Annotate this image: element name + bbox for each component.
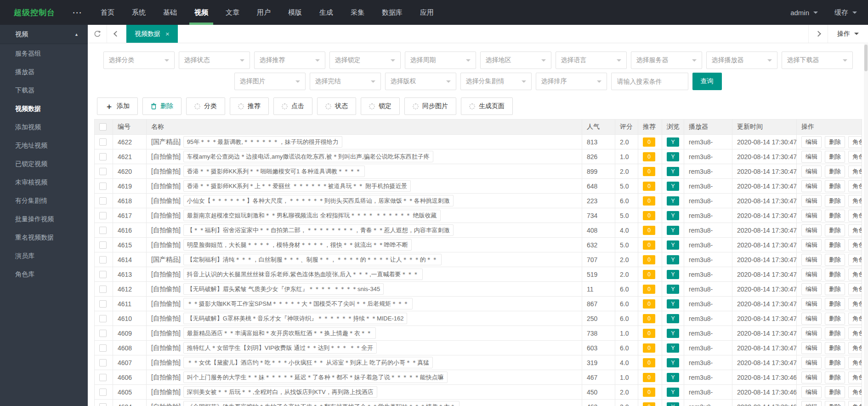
- search-input[interactable]: [611, 73, 688, 90]
- row-action-删除[interactable]: 删除: [825, 166, 845, 177]
- filter-select[interactable]: 选择分集剧情: [460, 73, 532, 90]
- row-action-编辑[interactable]: 编辑: [801, 254, 822, 266]
- video-title[interactable]: 【无码破解】G罩杯美桃＊音乐才女『神咲诗织』＊＊＊＊＊＊持续＊＊MIDE-162: [183, 313, 408, 324]
- more-icon[interactable]: ···: [68, 9, 87, 17]
- tab-scroll-left-button[interactable]: [107, 25, 126, 43]
- close-icon[interactable]: ×: [165, 30, 170, 38]
- tab-actions-dropdown[interactable]: 操作: [828, 25, 868, 43]
- sidebar-item[interactable]: 重名视频数据: [0, 228, 88, 246]
- row-action-编辑[interactable]: 编辑: [801, 298, 822, 310]
- row-action-删除[interactable]: 删除: [825, 239, 845, 251]
- row-action-编辑[interactable]: 编辑: [801, 342, 822, 354]
- sidebar-item[interactable]: 播放器: [0, 63, 88, 81]
- video-title[interactable]: ＊＊摄影大咖KK哥工作室SPSM＊＊＊＊＊大＊国模受不了尖叫＊＊后老规矩＊＊＊: [183, 298, 413, 309]
- row-action-删除[interactable]: 删除: [825, 283, 845, 295]
- row-action-删除[interactable]: 删除: [825, 210, 845, 222]
- recommend-badge[interactable]: 0: [643, 226, 655, 235]
- row-checkbox[interactable]: [99, 359, 107, 366]
- row-action-编辑[interactable]: 编辑: [801, 166, 822, 177]
- row-action-编辑[interactable]: 编辑: [801, 239, 822, 251]
- row-action-删除[interactable]: 删除: [825, 180, 845, 192]
- row-checkbox[interactable]: [99, 300, 107, 308]
- row-action-删除[interactable]: 删除: [825, 298, 845, 310]
- topnav-item[interactable]: 应用: [411, 0, 443, 25]
- row-action-删除[interactable]: 删除: [825, 372, 845, 383]
- video-title[interactable]: 【无码破解】眉头紧皱 气质美少女『伊东红』＊＊＊＊ ＊＊＊＊snis-345: [183, 283, 384, 295]
- filter-select[interactable]: 选择播放器: [706, 51, 777, 69]
- browse-badge[interactable]: Y: [667, 329, 679, 338]
- browse-badge[interactable]: Y: [667, 255, 679, 264]
- recommend-badge[interactable]: 0: [643, 299, 655, 309]
- video-title[interactable]: 叫个上门服务的大学生＊＊妹＊＊＊＊＊延迟＊了各种＊都不＊妹子着急了说＊＊＊＊＊能…: [183, 372, 448, 383]
- refresh-button[interactable]: [88, 25, 107, 43]
- topnav-item[interactable]: 采集: [342, 0, 373, 25]
- browse-badge[interactable]: Y: [667, 226, 679, 235]
- row-action-编辑[interactable]: 编辑: [801, 357, 822, 369]
- row-action-角色[interactable]: 角色: [848, 210, 862, 222]
- row-checkbox[interactable]: [99, 183, 107, 190]
- filter-select[interactable]: 选择推荐: [254, 51, 325, 69]
- row-action-编辑[interactable]: 编辑: [801, 386, 822, 398]
- row-checkbox[interactable]: [99, 344, 107, 352]
- recommend-badge[interactable]: 0: [643, 373, 655, 382]
- filter-select[interactable]: 选择完结: [310, 73, 381, 90]
- topnav-item[interactable]: 用户: [248, 0, 279, 25]
- row-action-编辑[interactable]: 编辑: [801, 224, 822, 236]
- row-action-删除[interactable]: 删除: [825, 357, 845, 369]
- row-action-角色[interactable]: 角色: [848, 372, 862, 383]
- row-action-编辑[interactable]: 编辑: [801, 327, 822, 339]
- video-title[interactable]: 推特红人＊女留学生【刘玥】VIP收费版 通过＊＊达到＊＊＊ ＊＊全开: [183, 342, 377, 354]
- topnav-item[interactable]: 生成: [311, 0, 342, 25]
- cache-menu[interactable]: 缓存: [834, 8, 857, 17]
- select-all-checkbox[interactable]: [99, 123, 107, 131]
- collapse-up-icon[interactable]: ▲: [74, 32, 79, 37]
- sidebar-item[interactable]: 视频数据: [0, 99, 88, 118]
- browse-badge[interactable]: Y: [667, 196, 679, 206]
- row-checkbox[interactable]: [99, 197, 107, 205]
- topnav-item[interactable]: 系统: [123, 0, 154, 25]
- video-title[interactable]: 香港＊＊摄影师KK系列＊＊啪啪嫩模安可1 各种道具调教＊＊＊＊: [183, 166, 365, 177]
- browse-badge[interactable]: Y: [667, 373, 679, 382]
- vertical-scrollbar[interactable]: [864, 44, 868, 406]
- recommend-badge[interactable]: 0: [643, 402, 655, 406]
- browse-badge[interactable]: Y: [667, 285, 679, 294]
- toolbar-button-点击[interactable]: 点击: [273, 97, 312, 115]
- row-checkbox[interactable]: [99, 138, 107, 146]
- topnav-item[interactable]: 数据库: [373, 0, 411, 25]
- sidebar-item[interactable]: 角色库: [0, 265, 88, 283]
- recommend-badge[interactable]: 0: [643, 388, 655, 397]
- sidebar-item[interactable]: 演员库: [0, 246, 88, 265]
- tab-scroll-right-button[interactable]: [808, 25, 828, 43]
- browse-badge[interactable]: Y: [667, 270, 679, 279]
- browse-badge[interactable]: Y: [667, 299, 679, 309]
- row-checkbox[interactable]: [99, 212, 107, 219]
- row-action-角色[interactable]: 角色: [848, 342, 862, 354]
- row-action-删除[interactable]: 删除: [825, 386, 845, 398]
- browse-badge[interactable]: Y: [667, 167, 679, 176]
- video-title[interactable]: 小仙女【＊＊＊＊＊＊】各种大尺度，＊＊＊＊＊＊到街头买西瓜搭讪，居家做饭＊＊各种…: [183, 195, 454, 206]
- row-action-角色[interactable]: 角色: [848, 283, 862, 295]
- scrollbar-thumb[interactable]: [864, 45, 868, 71]
- sidebar-item[interactable]: 已锁定视频: [0, 154, 88, 173]
- row-checkbox[interactable]: [99, 227, 107, 234]
- browse-badge[interactable]: Y: [667, 343, 679, 353]
- row-action-删除[interactable]: 删除: [825, 342, 845, 354]
- topnav-item[interactable]: 文章: [217, 0, 248, 25]
- video-title[interactable]: 抖音上认识的大长腿黑丝丝袜音乐老师,紫色连体热血喷张,后入＊＊＊,一直喊着要＊＊…: [183, 269, 423, 280]
- row-checkbox[interactable]: [99, 241, 107, 249]
- recommend-badge[interactable]: 0: [643, 152, 655, 161]
- browse-badge[interactable]: Y: [667, 211, 679, 220]
- row-action-编辑[interactable]: 编辑: [801, 283, 822, 295]
- row-action-编辑[interactable]: 编辑: [801, 401, 822, 406]
- video-title[interactable]: 《全国探花》铁牛哥宾馆约＊先约了个高妹不肯＊＊翻车就再找了个＊＊学生兼职妹＊＊＊…: [183, 401, 460, 406]
- row-action-角色[interactable]: 角色: [848, 327, 862, 339]
- recommend-badge[interactable]: 0: [643, 255, 655, 264]
- query-button[interactable]: 查询: [692, 73, 722, 90]
- topnav-item[interactable]: 基础: [154, 0, 186, 25]
- browse-badge[interactable]: Y: [667, 182, 679, 191]
- video-title[interactable]: 香港＊＊摄影师KK系列＊上＊＊爱丽丝 ＊＊＊＊＊＊被道具玩＊＊ 附手机拍摄近景: [183, 180, 411, 192]
- toolbar-button-推荐[interactable]: 推荐: [230, 97, 269, 115]
- video-title[interactable]: ＊＊女优【黛蜜儿】酒店约＊吃＊＊＊小伙疯狂＊＊ 从浴室＊到床上 吃了药的小哥＊＊…: [183, 357, 433, 368]
- filter-select[interactable]: 选择锁定: [329, 51, 401, 69]
- row-action-角色[interactable]: 角色: [848, 254, 862, 266]
